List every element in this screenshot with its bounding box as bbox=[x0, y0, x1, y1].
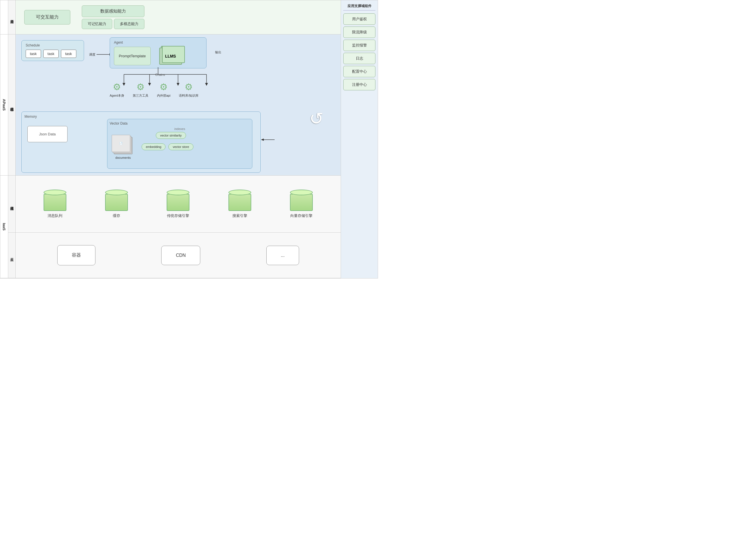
cloud-etc: ... bbox=[266, 246, 299, 265]
db-label-msg: 消息队列 bbox=[48, 213, 62, 218]
btn-monitor[interactable]: 监控报警 bbox=[343, 40, 375, 51]
left-labels: APaaS IaaS bbox=[0, 0, 8, 278]
cloud-cdn: CDN bbox=[161, 246, 200, 265]
documents-label: documents bbox=[112, 156, 134, 159]
db-label-storage: 传统存储引擎 bbox=[167, 213, 189, 218]
doc-icon: 📄 bbox=[119, 142, 123, 145]
agent-title: Agent bbox=[114, 40, 202, 45]
llms-wrapper: LLMS bbox=[159, 48, 182, 65]
memory-capability-box: 可记忆能力 bbox=[82, 19, 112, 29]
gear-icon-third: ⚙ bbox=[136, 82, 145, 92]
json-data-box: Json Data bbox=[27, 126, 67, 142]
cylinder-cache bbox=[105, 189, 128, 211]
task-1: task bbox=[26, 50, 41, 58]
right-panel-title: 应用支撑域组件 bbox=[343, 3, 375, 10]
vector-similarity-tag: vector similarity bbox=[156, 132, 186, 139]
llms-box: LLMS bbox=[159, 48, 182, 65]
memory-arrow-svg bbox=[260, 138, 275, 142]
gear-label-third: 第三方工具 bbox=[133, 93, 149, 98]
gear-third-party: ⚙ 第三方工具 bbox=[133, 82, 149, 98]
agent-box: Agent PromptTemplate LLMS bbox=[110, 37, 207, 68]
memory-box: Memory Json Data Vector Data indexes bbox=[21, 112, 261, 173]
core-content: Schedule task task task 调度 bbox=[16, 34, 341, 175]
capability-sub-row: 可记忆能力 多模态能力 bbox=[82, 19, 145, 29]
apaas-core-section: 应用核心域组件 Schedule task task task 调度 bbox=[8, 34, 341, 176]
index-tags: vector similarity embedding vector store bbox=[141, 132, 193, 150]
gear-icon-knowledge: ⚙ bbox=[185, 82, 193, 92]
data-sensing-box: 数据感知能力 bbox=[82, 5, 145, 17]
iaas-common-section: 应用通用域组件 消息队列 bbox=[8, 176, 341, 233]
gear-icon-api: ⚙ bbox=[159, 82, 168, 92]
vector-similarity-wrapper: vector similarity bbox=[156, 132, 186, 139]
left-label-iaas: IaaS bbox=[0, 176, 8, 278]
db-search: 搜索引擎 bbox=[228, 189, 251, 218]
prompt-template-box: PromptTemplate bbox=[114, 47, 151, 65]
btn-registry[interactable]: 注册中心 bbox=[343, 79, 375, 90]
common-content: 消息队列 缓存 传统存储引擎 bbox=[16, 176, 341, 232]
core-sublabel: 应用核心域组件 bbox=[8, 34, 16, 175]
cylinder-storage bbox=[167, 189, 189, 211]
iaas-common-items: 消息队列 缓存 传统存储引擎 bbox=[19, 178, 338, 230]
schedule-box: Schedule task task task bbox=[21, 40, 84, 61]
btn-config[interactable]: 配置中心 bbox=[343, 66, 375, 77]
svg-marker-13 bbox=[261, 139, 264, 141]
capability-sublabel: 通用能力层 bbox=[8, 0, 16, 34]
gear-knowledge: ⚙ 语料库/知识库 bbox=[179, 82, 198, 98]
documents-stack: 📄 documents bbox=[112, 135, 134, 159]
db-label-vector: 向量存储引擎 bbox=[290, 213, 313, 218]
interactive-capability-box: 可交互能力 bbox=[24, 10, 70, 25]
capability-section: 通用能力层 可交互能力 数据感知能力 可记忆能力 多模态能力 bbox=[8, 0, 341, 34]
cylinder-search bbox=[228, 189, 251, 211]
db-cache: 缓存 bbox=[105, 189, 128, 218]
chains-label: Chains bbox=[155, 73, 165, 77]
db-label-cache: 缓存 bbox=[113, 213, 120, 218]
vector-title: Vector Data bbox=[110, 121, 250, 125]
cloud-native-sublabel: 云原生 bbox=[8, 233, 16, 278]
double-arrow: ↻ bbox=[309, 109, 324, 128]
vector-store-tag: vector store bbox=[168, 143, 193, 150]
gears-row: ⚙ Agent本身 ⚙ 第三方工具 ⚙ 内外部api ⚙ 语料库/知识库 bbox=[110, 82, 199, 98]
indexes-label: indexes bbox=[110, 127, 250, 130]
embedding-tag: embedding bbox=[141, 143, 165, 150]
gear-icon-agent: ⚙ bbox=[113, 82, 121, 92]
main-container: APaaS IaaS 通用能力层 可交互能力 数据感知能力 可记忆能力 多模态能… bbox=[0, 0, 378, 278]
db-label-search: 搜索引擎 bbox=[232, 213, 247, 218]
cloud-container: 容器 bbox=[57, 245, 95, 265]
db-storage: 传统存储引擎 bbox=[167, 189, 189, 218]
gear-label-agent: Agent本身 bbox=[110, 93, 124, 98]
capability-content: 可交互能力 数据感知能力 可记忆能力 多模态能力 bbox=[16, 0, 341, 34]
cylinder-vector bbox=[290, 189, 313, 211]
common-sublabel: 应用通用域组件 bbox=[8, 176, 16, 232]
left-label-apaas: APaaS bbox=[0, 34, 8, 176]
svg-marker-11 bbox=[205, 83, 208, 86]
cloud-native-content: 容器 CDN ... bbox=[16, 233, 341, 278]
cloud-native-items: 容器 CDN ... bbox=[19, 235, 338, 275]
task-3: task bbox=[61, 50, 76, 58]
gear-label-knowledge: 语料库/知识库 bbox=[179, 93, 198, 98]
gear-agent: ⚙ Agent本身 bbox=[110, 82, 124, 98]
db-vector-storage: 向量存储引擎 bbox=[290, 189, 313, 218]
agent-inner: PromptTemplate LLMS bbox=[114, 47, 202, 65]
db-msg-queue: 消息队列 bbox=[43, 189, 66, 218]
gear-api: ⚙ 内外部api bbox=[157, 82, 170, 98]
right-panel: 应用支撑域组件 用户鉴权 限流降级 监控报警 日志 配置中心 注册中心 bbox=[341, 0, 378, 278]
left-label-blank bbox=[0, 0, 8, 34]
data-sensing-group: 数据感知能力 可记忆能力 多模态能力 bbox=[82, 5, 145, 29]
gear-label-api: 内外部api bbox=[157, 93, 170, 98]
cylinder-msg bbox=[43, 189, 66, 211]
btn-auth[interactable]: 用户鉴权 bbox=[343, 13, 375, 25]
vector-data-box: Vector Data indexes 📄 document bbox=[107, 119, 252, 169]
task-2: task bbox=[43, 50, 59, 58]
cloud-native-section: 云原生 容器 CDN ... bbox=[8, 233, 341, 278]
memory-title: Memory bbox=[25, 115, 257, 119]
middle-content: 通用能力层 可交互能力 数据感知能力 可记忆能力 多模态能力 应用核心域组件 S… bbox=[8, 0, 341, 278]
schedule-title: Schedule bbox=[26, 43, 80, 47]
multimodal-capability-box: 多模态能力 bbox=[114, 19, 145, 29]
dispatch-label: 调度 bbox=[89, 53, 95, 57]
btn-rate-limit[interactable]: 限流降级 bbox=[343, 27, 375, 38]
task-row: task task task bbox=[26, 50, 80, 58]
bottom-tags: embedding vector store bbox=[141, 143, 193, 150]
output-label: 输出 bbox=[215, 50, 221, 54]
btn-log[interactable]: 日志 bbox=[343, 53, 375, 64]
